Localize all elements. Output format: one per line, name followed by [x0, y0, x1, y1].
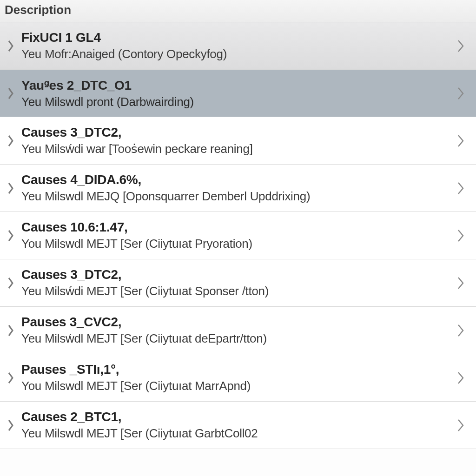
- chevron-right-icon: [452, 418, 469, 432]
- expand-icon: [4, 419, 18, 431]
- list-item[interactable]: FixUCI 1 GL4 Yeu Mofr:Anaiged (Contory O…: [0, 22, 476, 70]
- chevron-right-icon: [452, 181, 469, 195]
- list-item-content: Causes 3_DTC2, Yeu Milsẃdi war [Tooṡewin…: [18, 125, 452, 156]
- chevron-right-icon: [452, 371, 469, 385]
- list-item-title: Causes 2_BTC1,: [21, 410, 452, 424]
- list-item-content: FixUCI 1 GL4 Yeu Mofr:Anaiged (Contory O…: [18, 30, 452, 61]
- list-item[interactable]: Causes 3_DTC2, Yeu Milsẃdi MEJT [Ser (Ci…: [0, 259, 476, 307]
- list-item-subtitle: Yeu Milsẃdl MEJT [Ser (Ciiytuıat deEpart…: [21, 331, 452, 346]
- expand-icon: [4, 182, 18, 194]
- chevron-right-icon: [452, 276, 469, 290]
- chevron-right-icon: [452, 134, 469, 148]
- list-item[interactable]: Causes 4_DIDA.6%, Yeu Milswdl MEJQ [Opon…: [0, 165, 476, 212]
- list-item-subtitle: Yeu Milsẃdi war [Tooṡewin peckare reanin…: [21, 142, 452, 156]
- chevron-right-icon: [452, 86, 469, 100]
- list-item-subtitle: You Milswdl MEJT [Ser (Ciiytuıat MarrApn…: [21, 379, 452, 393]
- chevron-right-icon: [452, 229, 469, 243]
- list-item-content: Pauses _STIı,1°, You Milswdl MEJT [Ser (…: [18, 362, 452, 393]
- list-item-title: Causes 10.6:1.47,: [21, 220, 452, 235]
- list-item-title: FixUCI 1 GL4: [21, 30, 452, 45]
- list-item-subtitle: Yeu Milswdl MEJT [Ser (Ciiytuıat GarbtCo…: [21, 426, 452, 441]
- list-item-content: Causes 2_BTC1, Yeu Milswdl MEJT [Ser (Ci…: [18, 410, 452, 441]
- list-item-content: Causes 4_DIDA.6%, Yeu Milswdl MEJQ [Opon…: [18, 172, 452, 204]
- list-item-content: Yauᵍes 2_DTC_O1 Yeu Milswdl pront (Darbw…: [18, 78, 452, 109]
- list-item-title: Causes 3_DTC2,: [21, 125, 452, 140]
- list-item-subtitle: You Milswdl MEJT [Ser (Ciiytuıat Pryorat…: [21, 237, 452, 251]
- expand-icon: [4, 372, 18, 384]
- expand-icon: [4, 324, 18, 337]
- chevron-right-icon: [452, 39, 469, 53]
- list-item-subtitle: Yeu Milswdl pront (Darbwairding): [21, 95, 452, 109]
- list-item-title: Pauses _STIı,1°,: [21, 362, 452, 377]
- expand-icon: [4, 87, 18, 99]
- list-item-subtitle: Yeu Milsẃdi MEJT [Ser (Ciiytuıat Sponser…: [21, 284, 452, 298]
- section-header: Description: [0, 0, 476, 22]
- list-item-title: Causes 4_DIDA.6%,: [21, 172, 452, 187]
- list-item[interactable]: Causes 2_BTC1, Yeu Milswdl MEJT [Ser (Ci…: [0, 402, 476, 449]
- expand-icon: [4, 40, 18, 52]
- expand-icon: [4, 230, 18, 242]
- list-item[interactable]: Causes 10.6:1.47, You Milswdl MEJT [Ser …: [0, 212, 476, 259]
- list-item[interactable]: Causes 3_DTC2, Yeu Milsẃdi war [Tooṡewin…: [0, 117, 476, 165]
- list-item-subtitle: Yeu Milswdl MEJQ [Oponsquarrer Demberl U…: [21, 189, 452, 204]
- description-list: FixUCI 1 GL4 Yeu Mofr:Anaiged (Contory O…: [0, 22, 476, 449]
- list-item-title: Causes 3_DTC2,: [21, 267, 452, 282]
- section-header-title: Description: [5, 3, 71, 17]
- list-item[interactable]: Yauᵍes 2_DTC_O1 Yeu Milswdl pront (Darbw…: [0, 70, 476, 117]
- list-item[interactable]: Pauses _STIı,1°, You Milswdl MEJT [Ser (…: [0, 354, 476, 402]
- list-item-title: Yauᵍes 2_DTC_O1: [21, 78, 452, 93]
- list-item-content: Pauses 3_CVC2, Yeu Milsẃdl MEJT [Ser (Ci…: [18, 315, 452, 346]
- chevron-right-icon: [452, 324, 469, 337]
- list-item-title: Pauses 3_CVC2,: [21, 315, 452, 330]
- expand-icon: [4, 135, 18, 147]
- list-item-content: Causes 10.6:1.47, You Milswdl MEJT [Ser …: [18, 220, 452, 251]
- list-item-subtitle: Yeu Mofr:Anaiged (Contory Opeckyfog): [21, 47, 452, 61]
- expand-icon: [4, 277, 18, 289]
- list-item-content: Causes 3_DTC2, Yeu Milsẃdi MEJT [Ser (Ci…: [18, 267, 452, 298]
- list-item[interactable]: Pauses 3_CVC2, Yeu Milsẃdl MEJT [Ser (Ci…: [0, 307, 476, 354]
